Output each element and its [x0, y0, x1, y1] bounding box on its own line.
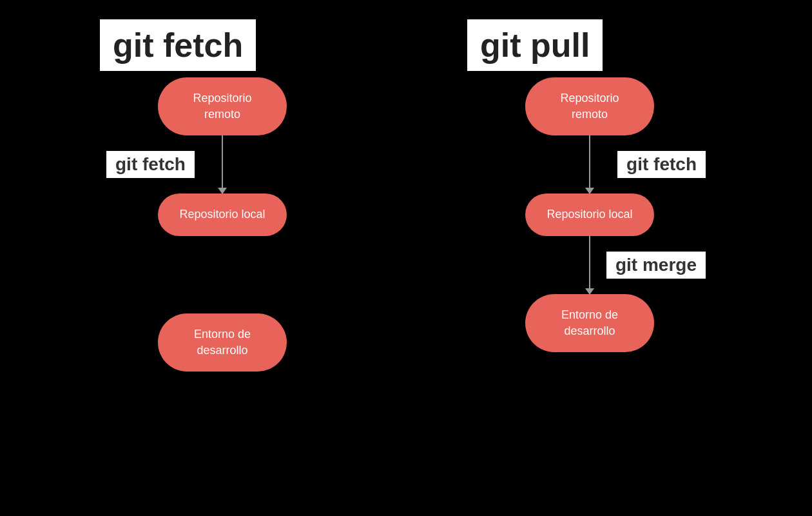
- fetch-node-remote: Repositorio remoto: [158, 77, 287, 135]
- pull-arrow2-label: git merge: [606, 252, 706, 279]
- fetch-diagram: git fetch Repositorio remoto git fetch R…: [100, 19, 345, 372]
- pull-node-remote: Repositorio remoto: [525, 77, 654, 135]
- pull-node-dev: Entorno de desarrollo: [525, 294, 654, 352]
- main-container: git fetch Repositorio remoto git fetch R…: [0, 0, 812, 516]
- pull-arrow1-label: git fetch: [617, 151, 706, 178]
- fetch-node-dev: Entorno de desarrollo: [158, 313, 287, 372]
- pull-arrow2-row: git merge: [467, 236, 712, 294]
- pull-arrow1-row: git fetch: [467, 135, 712, 194]
- pull-node-local: Repositorio local: [525, 194, 654, 235]
- fetch-node-local: Repositorio local: [158, 194, 287, 235]
- pull-title: git pull: [467, 19, 603, 71]
- pull-diagram: git pull Repositorio remoto git fetch Re…: [467, 19, 712, 352]
- fetch-arrow1-label: git fetch: [106, 151, 195, 178]
- fetch-title: git fetch: [100, 19, 256, 71]
- fetch-arrow1-row: git fetch: [100, 135, 345, 194]
